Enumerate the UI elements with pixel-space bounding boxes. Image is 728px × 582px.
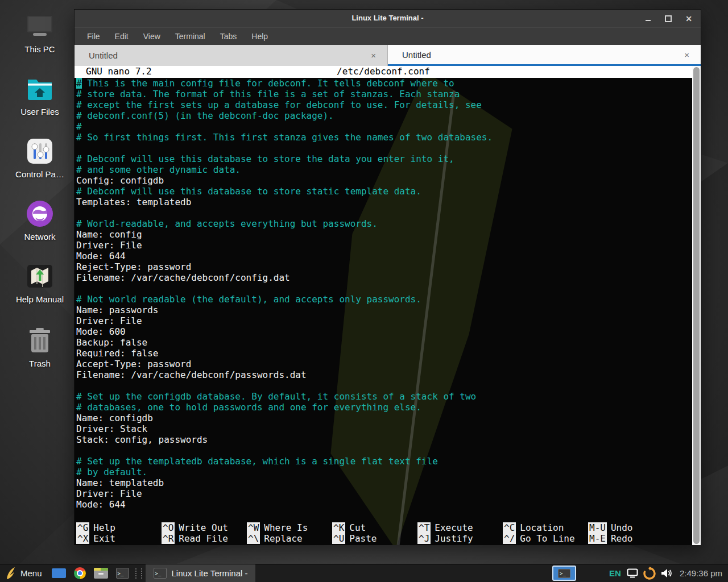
- nano-filename: /etc/debconf.conf: [75, 66, 692, 77]
- desktop-icon-control-panel[interactable]: Control Pa…: [5, 138, 75, 179]
- menu-button[interactable]: Menu: [0, 564, 48, 582]
- menu-item-tabs[interactable]: Tabs: [213, 32, 245, 41]
- shortcut-key: ^R: [162, 533, 175, 544]
- shortcut-label: Help: [93, 522, 115, 533]
- tab-close-icon[interactable]: ×: [684, 50, 689, 60]
- editor-line: #: [76, 121, 692, 132]
- this-pc-icon: [26, 13, 53, 40]
- editor-line: # debconf.conf(5) (in the debconf-doc pa…: [76, 110, 692, 121]
- desktop-icon-user-files[interactable]: User Files: [5, 75, 75, 117]
- desktop-pager-icon[interactable]: [52, 568, 66, 578]
- nano-shortcut: ^/Go To Line: [503, 533, 588, 544]
- shortcut-key: ^O: [162, 522, 175, 533]
- editor-line: [76, 143, 692, 153]
- menu-item-view[interactable]: View: [136, 32, 168, 41]
- shortcut-label: Replace: [264, 533, 302, 544]
- shortcut-label: Exit: [93, 533, 115, 544]
- menu-item-terminal[interactable]: Terminal: [168, 32, 213, 41]
- display-settings-icon[interactable]: [627, 568, 638, 578]
- editor-line: [76, 445, 692, 456]
- minimize-icon: [646, 20, 651, 21]
- minimize-button[interactable]: [644, 15, 652, 23]
- shortcut-label: Paste: [349, 533, 377, 544]
- updates-available-icon[interactable]: [643, 567, 656, 580]
- editor-line: # store data. The format of this file is…: [76, 89, 692, 99]
- editor-line: # and some other dynamic data.: [76, 164, 692, 175]
- desktop-icon-help-manual[interactable]: Help Manual: [5, 263, 75, 304]
- editor-line: Filename: /var/cache/debconf/config.dat: [76, 272, 692, 283]
- volume-icon[interactable]: [661, 568, 672, 578]
- taskbar-grip[interactable]: [135, 568, 142, 579]
- shortcut-label: Undo: [611, 522, 633, 533]
- editor-line: # Set up the configdb database. By defau…: [76, 391, 692, 402]
- shortcut-label: Redo: [611, 533, 633, 544]
- terminal-screen[interactable]: GNU nano 7.2 /etc/debconf.conf # This is…: [75, 66, 692, 545]
- menu-item-edit[interactable]: Edit: [107, 32, 136, 41]
- editor-line: Name: config: [76, 229, 692, 240]
- linux-lite-feather-icon: [6, 567, 16, 580]
- close-button[interactable]: ✕: [685, 15, 693, 23]
- editor-line: Mode: 644: [76, 499, 692, 510]
- shortcut-key: ^T: [417, 522, 431, 533]
- home-folder-icon: [26, 75, 53, 102]
- keyboard-layout-indicator[interactable]: EN: [609, 568, 621, 578]
- shortcut-key: ^\: [247, 533, 260, 544]
- maximize-button[interactable]: [664, 15, 672, 23]
- nano-shortcut: ^KCut: [332, 522, 417, 533]
- terminal-launcher-icon[interactable]: >_: [116, 568, 129, 579]
- task-button-terminal[interactable]: >_ Linux Lite Terminal -: [146, 564, 256, 582]
- manual-map-icon: [26, 263, 53, 290]
- desktop-icon-label: Control Pa…: [5, 169, 75, 179]
- shortcut-key: ^G: [76, 522, 89, 533]
- desktop-icon-trash[interactable]: Trash: [5, 327, 75, 368]
- editor-line: # by default.: [76, 467, 692, 477]
- nano-shortcut: ^GHelp: [76, 522, 162, 533]
- globe-icon: [26, 200, 53, 227]
- desktop-icon-this-pc[interactable]: This PC: [5, 13, 75, 54]
- nano-shortcut: M-ERedo: [588, 533, 632, 544]
- editor-line: Driver: Stack: [76, 423, 692, 434]
- shortcut-key: ^W: [247, 522, 260, 533]
- editor-line: # This is the main config file for debco…: [76, 78, 692, 89]
- menu-bar: FileEditViewTerminalTabsHelp: [75, 28, 701, 45]
- window-controls: ✕: [644, 10, 693, 27]
- scrollbar-thumb[interactable]: [693, 67, 700, 544]
- clock[interactable]: 2:49:36 pm: [680, 568, 722, 578]
- menu-item-file[interactable]: File: [80, 32, 107, 41]
- file-manager-icon[interactable]: [94, 568, 108, 579]
- editor-line: # Debconf will use this database to stor…: [76, 153, 692, 164]
- shortcut-label: Go To Line: [520, 533, 574, 544]
- terminal-area: GNU nano 7.2 /etc/debconf.conf # This is…: [75, 66, 701, 545]
- editor-line: Driver: File: [76, 240, 692, 251]
- tab-untitled-1[interactable]: Untitled ×: [75, 45, 388, 66]
- chrome-launcher-icon[interactable]: [74, 567, 86, 579]
- editor-line: Driver: File: [76, 315, 692, 326]
- menu-button-label: Menu: [20, 568, 42, 578]
- desktop-icon-network[interactable]: Network: [5, 200, 75, 242]
- nano-shortcut: M-UUndo: [588, 522, 632, 533]
- menu-item-help[interactable]: Help: [244, 32, 275, 41]
- editor-line: [76, 380, 692, 391]
- editor-line: # Set up the templatedb database, which …: [76, 456, 692, 467]
- nano-shortcut: ^RRead File: [162, 533, 247, 544]
- tab-label: Untitled: [89, 51, 118, 60]
- tray-terminal-icon[interactable]: >_: [552, 566, 576, 581]
- taskbar-tray: >_ EN 2:: [552, 564, 728, 582]
- scrollbar[interactable]: [692, 66, 701, 545]
- shortcut-label: Where Is: [264, 522, 308, 533]
- shortcut-key: ^K: [332, 522, 345, 533]
- shortcut-label: Execute: [435, 522, 473, 533]
- nano-shortcut: ^XExit: [76, 533, 162, 544]
- sliders-icon: [26, 138, 53, 165]
- tab-untitled-2[interactable]: Untitled ×: [388, 45, 701, 66]
- nano-shortcut: ^\Replace: [247, 533, 332, 544]
- editor-line: # except the first sets up a database fo…: [76, 99, 692, 110]
- desktop-icon-label: Help Manual: [5, 294, 75, 304]
- trash-icon: [26, 327, 53, 354]
- editor-line: Accept-Type: password: [76, 359, 692, 369]
- editor-line: Name: passwords: [76, 305, 692, 315]
- text-cursor: #: [76, 78, 82, 89]
- editor-line: Stack: config, passwords: [76, 434, 692, 445]
- tab-close-icon[interactable]: ×: [371, 51, 376, 60]
- title-bar[interactable]: Linux Lite Terminal - ✕: [75, 10, 701, 28]
